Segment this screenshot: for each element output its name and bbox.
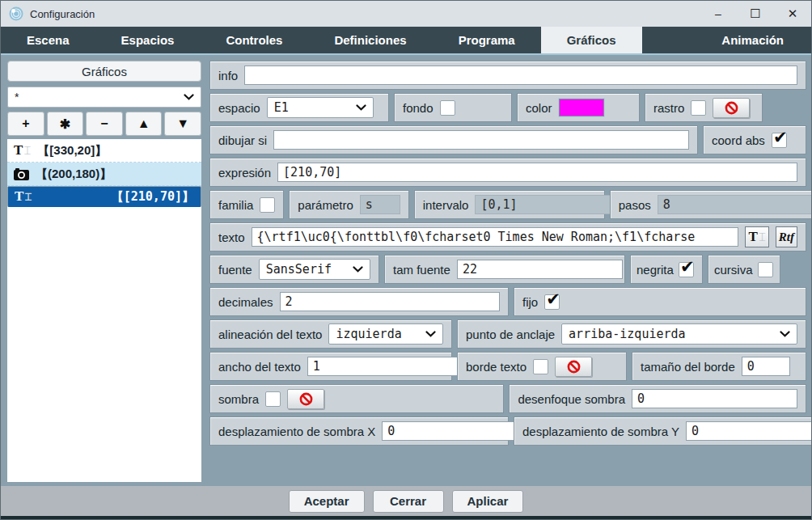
rtf-editor-button[interactable]: Rtf xyxy=(776,226,797,247)
color-group: color xyxy=(517,93,640,122)
list-item[interactable]: 【(200,180)】 xyxy=(7,163,201,186)
ancho-texto-group: ancho del texto xyxy=(209,352,452,381)
apply-button[interactable]: Aplicar xyxy=(452,490,524,513)
parametro-input[interactable] xyxy=(360,195,400,214)
pasos-label: pasos xyxy=(619,198,651,212)
desp-y-label: desplazamiento de sombra Y xyxy=(522,425,679,438)
minimize-button[interactable]: – xyxy=(700,1,737,27)
familia-group: familia xyxy=(209,190,284,219)
tab-animacion[interactable]: Animación xyxy=(696,27,811,53)
add-graphic-button[interactable]: + xyxy=(7,112,44,136)
graphics-list-panel: Gráficos * + ✱ − ▲ ▼ T⌶ 【[330,20]】 xyxy=(7,61,201,482)
parametro-label: parámetro xyxy=(298,198,353,212)
text-graphic-icon: T⌶ xyxy=(15,188,32,205)
desenfoque-group: desenfoque sombra xyxy=(509,384,806,413)
configuration-window: Configuración – ☐ ✕ Escena Espacios Cont… xyxy=(0,0,812,520)
chevron-down-icon xyxy=(780,331,790,337)
decimales-input[interactable] xyxy=(280,292,500,311)
borde-texto-group: borde texto xyxy=(457,352,627,381)
move-up-button[interactable]: ▲ xyxy=(125,112,163,136)
negrita-checkbox[interactable] xyxy=(679,262,694,277)
plain-text-button[interactable]: T⌶ xyxy=(745,226,768,247)
cursiva-checkbox[interactable] xyxy=(758,262,773,277)
borde-texto-checkbox[interactable] xyxy=(533,359,548,374)
espacio-value: E1 xyxy=(274,100,289,115)
tamano-borde-label: tamaño del borde xyxy=(641,360,735,374)
camera-icon xyxy=(14,168,29,180)
desenfoque-input[interactable] xyxy=(632,389,797,408)
espacio-label: espacio xyxy=(218,101,260,115)
close-dialog-button[interactable]: Cerrar xyxy=(373,490,444,513)
coord-abs-group: coord abs xyxy=(703,125,806,154)
negrita-label: negrita xyxy=(636,263,674,277)
expresion-label: expresión xyxy=(218,166,271,180)
sombra-checkbox[interactable] xyxy=(265,391,281,407)
list-item[interactable]: T⌶ 【[330,20]】 xyxy=(7,139,201,163)
ancho-texto-input[interactable] xyxy=(307,357,473,376)
main-area: Gráficos * + ✱ − ▲ ▼ T⌶ 【[330,20]】 xyxy=(1,53,811,486)
list-toolbar: + ✱ − ▲ ▼ xyxy=(7,112,201,136)
title-bar: Configuración – ☐ ✕ xyxy=(1,1,811,27)
fuente-select[interactable]: SansSerif xyxy=(259,259,370,280)
coord-abs-checkbox[interactable] xyxy=(772,133,787,148)
maximize-button[interactable]: ☐ xyxy=(737,1,774,27)
color-swatch[interactable] xyxy=(559,99,604,116)
graphics-filter-select[interactable]: * xyxy=(7,87,201,108)
cursiva-label: cursiva xyxy=(714,263,753,277)
tab-programa[interactable]: Programa xyxy=(433,27,541,53)
no-sign-icon xyxy=(725,101,738,115)
no-sign-icon xyxy=(567,360,581,374)
expresion-input[interactable] xyxy=(277,163,797,182)
tab-espacios[interactable]: Espacios xyxy=(95,27,201,53)
list-item-selected[interactable]: T⌶ 【[210,70]】 xyxy=(7,186,201,207)
familia-checkbox[interactable] xyxy=(260,197,275,213)
info-input[interactable] xyxy=(244,66,797,85)
tab-bar: Escena Espacios Controles Definiciones P… xyxy=(1,27,811,53)
tab-controles[interactable]: Controles xyxy=(200,27,308,53)
tab-graficos[interactable]: Gráficos xyxy=(541,27,642,53)
remove-graphic-button[interactable]: − xyxy=(86,112,123,136)
list-item-label: 【[210,70]】 xyxy=(112,189,194,205)
footer-bar: Aceptar Cerrar Aplicar xyxy=(1,486,811,516)
alineacion-select[interactable]: izquierda xyxy=(328,323,443,345)
ancho-texto-label: ancho del texto xyxy=(218,360,301,374)
tamano-borde-input[interactable] xyxy=(742,357,790,376)
close-button[interactable]: ✕ xyxy=(774,1,811,27)
borde-texto-clear-button[interactable] xyxy=(555,357,592,377)
list-item-label: 【[330,20]】 xyxy=(37,143,107,159)
tam-fuente-input[interactable] xyxy=(457,260,623,279)
rastro-clear-button[interactable] xyxy=(713,98,750,118)
fijo-checkbox[interactable] xyxy=(544,294,560,310)
desp-y-input[interactable] xyxy=(686,421,812,441)
intervalo-group: intervalo xyxy=(414,190,605,219)
sombra-clear-button[interactable] xyxy=(287,389,324,409)
anclaje-select[interactable]: arriba-izquierda xyxy=(561,323,797,345)
texto-input[interactable] xyxy=(252,227,739,247)
espacio-group: espacio E1 xyxy=(209,93,389,122)
anclaje-group: punto de anclaje arriba-izquierda xyxy=(457,319,806,349)
borde-texto-label: borde texto xyxy=(466,360,527,374)
tab-definiciones[interactable]: Definiciones xyxy=(308,27,432,53)
fondo-group: fondo xyxy=(394,93,512,122)
dibujar-si-group: dibujar si xyxy=(209,125,698,154)
anclaje-label: punto de anclaje xyxy=(466,328,555,341)
dibujar-si-input[interactable] xyxy=(273,130,689,150)
desp-x-label: desplazamiento de sombra X xyxy=(218,425,375,438)
espacio-select[interactable]: E1 xyxy=(267,97,374,118)
dibujar-si-label: dibujar si xyxy=(218,133,267,147)
move-down-button[interactable]: ▼ xyxy=(164,112,201,136)
tam-fuente-group: tam fuente xyxy=(384,255,625,284)
pasos-input[interactable] xyxy=(658,195,812,214)
properties-panel: info espacio E1 fondo col xyxy=(209,61,806,449)
app-logo-icon xyxy=(9,6,23,21)
fondo-checkbox[interactable] xyxy=(440,100,455,116)
rastro-checkbox[interactable] xyxy=(691,100,706,116)
tab-escena[interactable]: Escena xyxy=(1,27,95,53)
pasos-group: pasos xyxy=(610,190,812,219)
accept-button[interactable]: Aceptar xyxy=(289,490,365,513)
decimales-label: decimales xyxy=(218,295,273,309)
bottom-strip xyxy=(1,516,811,520)
duplicate-graphic-button[interactable]: ✱ xyxy=(47,112,84,136)
tam-fuente-label: tam fuente xyxy=(393,263,450,277)
rastro-label: rastro xyxy=(653,101,684,115)
